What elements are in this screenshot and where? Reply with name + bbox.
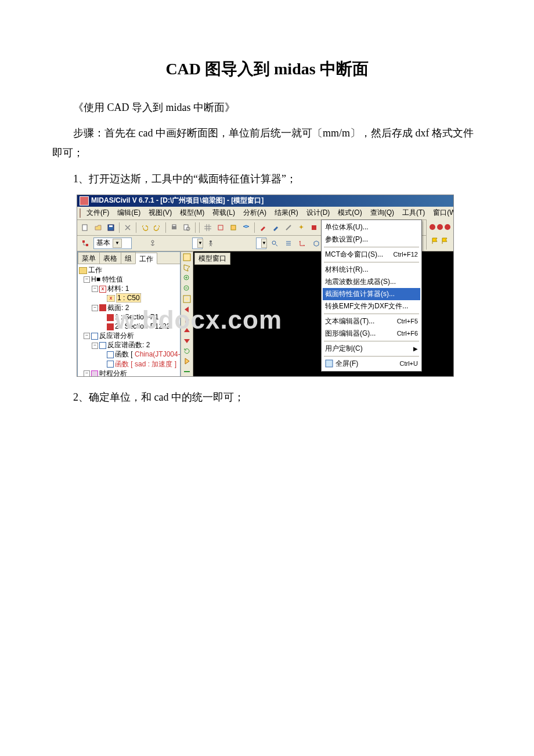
wand2-icon[interactable] xyxy=(295,222,307,233)
anchor-icon[interactable] xyxy=(147,237,158,249)
menu-view[interactable]: 视图(V) xyxy=(145,207,175,219)
file-icon xyxy=(80,208,81,218)
tree-material-c50[interactable]: 1 : C50 xyxy=(116,293,141,303)
zoom-all-icon[interactable] xyxy=(182,294,192,303)
tree-section-count[interactable]: 截面: 2 xyxy=(107,304,129,312)
menu-user-custom[interactable]: 用户定制(C)▶ xyxy=(323,343,420,355)
tree-func-china[interactable]: China(JTJ004-89 xyxy=(135,350,180,358)
down-arrow-icon[interactable] xyxy=(182,336,192,345)
play-icon[interactable] xyxy=(182,357,192,366)
flag1-icon[interactable] xyxy=(431,237,439,247)
menu-design[interactable]: 设计(D) xyxy=(303,207,334,219)
tab-table[interactable]: 表格 xyxy=(99,252,121,264)
menu-edit[interactable]: 编辑(E) xyxy=(114,207,144,219)
section-icon xyxy=(107,323,114,330)
grid-icon[interactable] xyxy=(202,222,214,233)
tree-timehist[interactable]: 时程分析 xyxy=(99,369,127,377)
viewport-tab[interactable]: 模型窗口 xyxy=(194,253,230,265)
open-icon[interactable] xyxy=(92,222,104,233)
menu-section-prop-calc[interactable]: 截面特性值计算器(s)... xyxy=(323,288,420,300)
collapse-icon[interactable]: − xyxy=(92,305,98,311)
tree-section-p1[interactable]: 1 : Section-P1 xyxy=(115,313,158,321)
new-icon[interactable] xyxy=(80,222,91,233)
redo-icon[interactable] xyxy=(151,222,163,233)
menu-mct-window[interactable]: MCT命令窗口(S)...Ctrl+F12 xyxy=(323,249,420,261)
menu-result[interactable]: 结果(R) xyxy=(271,207,302,219)
collapse-icon[interactable]: − xyxy=(92,343,98,349)
tree-properties[interactable]: H■ 特性值 xyxy=(91,275,123,283)
lens-icon[interactable] xyxy=(269,237,280,249)
menu-emf-to-dxf[interactable]: 转换EMF文件为DXF文件... xyxy=(323,300,420,312)
left-arrow-icon[interactable] xyxy=(182,305,192,314)
rect-select-icon[interactable] xyxy=(182,253,192,262)
tree-section-p1222[interactable]: 2 : Section-P1222 xyxy=(115,322,170,330)
svg-rect-22 xyxy=(185,297,189,301)
up-arrow-icon[interactable] xyxy=(182,326,192,334)
tree-spectrum-func[interactable]: 反应谱函数: 2 xyxy=(107,341,150,349)
tree-material-count[interactable]: 材料: 1 xyxy=(107,285,129,293)
collapse-icon[interactable]: − xyxy=(84,370,90,377)
delete-icon[interactable] xyxy=(122,222,134,233)
preview-icon[interactable] xyxy=(181,222,193,233)
menu-model[interactable]: 模型(M) xyxy=(176,207,208,219)
menu-query[interactable]: 查询(Q) xyxy=(367,207,398,219)
snap-icon[interactable] xyxy=(215,222,226,233)
menu-fullscreen[interactable]: 全屏(F)Ctrl+U xyxy=(323,358,420,370)
menu-text-editor[interactable]: 文本编辑器(T)...Ctrl+F5 xyxy=(323,315,420,327)
dot-red-icon[interactable] xyxy=(430,224,435,230)
menu-material-stats[interactable]: 材料统计(R)... xyxy=(323,264,420,276)
menu-graphic-editor[interactable]: 图形编辑器(G)...Ctrl+F6 xyxy=(323,327,420,340)
brush1-icon[interactable] xyxy=(257,222,269,233)
menu-earthquake-gen[interactable]: 地震波数据生成器(S)... xyxy=(323,276,420,288)
menu-param-settings[interactable]: 参数设置(P)... xyxy=(323,233,420,246)
menu-unit-system[interactable]: 单位体系(U)... xyxy=(323,221,420,233)
list-icon[interactable] xyxy=(283,237,294,249)
right-toolbar xyxy=(426,219,453,250)
menu-mode[interactable]: 模式(O) xyxy=(334,207,365,219)
tab-menu[interactable]: 菜单 xyxy=(78,252,100,264)
tab-work[interactable]: 工作 xyxy=(135,253,157,264)
wand-icon[interactable] xyxy=(283,222,294,233)
poly-select-icon[interactable] xyxy=(182,264,192,272)
svg-rect-11 xyxy=(82,240,85,243)
layer-icon[interactable] xyxy=(240,222,252,233)
tree-spectrum[interactable]: 反应谱分析 xyxy=(99,332,134,340)
save-icon[interactable] xyxy=(105,222,117,233)
menu-tools[interactable]: 工具(T) xyxy=(399,207,428,219)
collapse-icon[interactable]: − xyxy=(84,276,90,283)
tab-group[interactable]: 组 xyxy=(121,252,136,264)
svg-rect-4 xyxy=(172,225,176,226)
dot-red-icon[interactable] xyxy=(445,224,450,230)
dot-red-icon[interactable] xyxy=(437,224,443,230)
flag2-icon[interactable] xyxy=(441,237,449,247)
mode-combo[interactable]: 基本 ▼ xyxy=(93,237,132,249)
collapse-icon[interactable]: − xyxy=(84,333,90,339)
collapse-icon[interactable]: − xyxy=(92,286,98,292)
menu-analysis[interactable]: 分析(A) xyxy=(240,207,270,219)
combo2[interactable]: ▼ xyxy=(192,237,203,249)
mode-combo-value: 基本 xyxy=(96,238,110,248)
combo3[interactable]: ▼ xyxy=(256,237,266,249)
menu-file[interactable]: 文件(F) xyxy=(83,207,113,219)
right-arrow-icon[interactable] xyxy=(182,315,192,324)
menu-window[interactable]: 窗口(W) xyxy=(430,207,454,219)
svg-rect-12 xyxy=(86,244,88,246)
axes-icon[interactable] xyxy=(297,237,308,249)
man-icon[interactable] xyxy=(205,237,217,249)
svg-rect-3 xyxy=(172,226,176,229)
tree-icon[interactable] xyxy=(80,237,91,249)
tree-func-sad[interactable]: 函数 [ sad : 加速度 ] xyxy=(115,360,176,368)
zoom-out-icon[interactable] xyxy=(182,285,192,293)
fullscreen-icon xyxy=(325,359,333,368)
grid2-icon[interactable] xyxy=(228,222,239,233)
rotate-icon[interactable] xyxy=(182,347,192,355)
more-icon[interactable] xyxy=(182,368,192,376)
print-icon[interactable] xyxy=(168,222,180,233)
menu-load[interactable]: 荷载(L) xyxy=(209,207,239,219)
box-icon[interactable] xyxy=(311,237,322,249)
undo-icon[interactable] xyxy=(139,222,150,233)
tree-view[interactable]: 工作 −H■ 特性值 −x材料: 1 x1 : C50 −截面: 2 1 : S… xyxy=(78,264,180,377)
zoom-in-icon[interactable] xyxy=(182,274,192,283)
tool-a-icon[interactable] xyxy=(308,222,320,233)
brush2-icon[interactable] xyxy=(270,222,282,233)
